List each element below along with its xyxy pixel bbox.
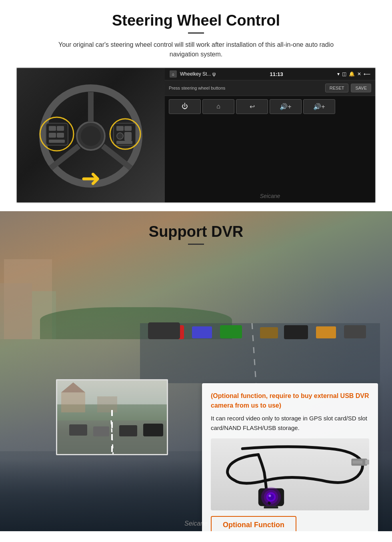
svg-point-5 (81, 126, 101, 146)
wheelkey-buttons-grid: ⏻ ⌂ ↩ 🔊+ 🔊+ (165, 96, 375, 117)
dvr-title: Support DVR (0, 211, 392, 240)
screenshot-icon: ◫ (342, 71, 346, 77)
status-bar: ⌂ Wheelkey St... ψ 11:13 ▾ ◫ 🔔 ✕ ⟵ (165, 68, 375, 80)
dvr-info-card: (Optional function, require to buy exter… (202, 383, 378, 531)
svg-rect-16 (124, 132, 132, 141)
street-scene (0, 243, 392, 383)
svg-rect-24 (220, 325, 242, 338)
optional-title: (Optional function, require to buy exter… (211, 391, 369, 410)
svg-rect-33 (69, 424, 87, 436)
svg-rect-27 (316, 326, 336, 338)
svg-point-48 (268, 494, 274, 500)
steering-demo-image: ➜ ⌂ Wheelkey St... ψ 11:13 ▾ ◫ 🔔 ✕ ⟵ (16, 67, 376, 203)
svg-point-49 (269, 494, 271, 497)
steering-wheel-photo: ➜ (17, 68, 165, 203)
svg-rect-23 (192, 326, 212, 338)
dvr-camera-svg (211, 440, 369, 508)
back-func-button[interactable]: ↩ (236, 99, 268, 114)
optional-function-button[interactable]: Optional Function (211, 516, 296, 531)
svg-rect-14 (124, 126, 132, 131)
android-screen: ⌂ Wheelkey St... ψ 11:13 ▾ ◫ 🔔 ✕ ⟵ Press… (165, 68, 375, 202)
svg-rect-34 (93, 426, 109, 436)
svg-rect-50 (264, 506, 278, 508)
street-cars-svg (140, 263, 380, 383)
dvr-section: Support DVR (0, 211, 392, 531)
svg-rect-36 (143, 424, 163, 436)
building-2 (0, 283, 32, 339)
home-func-button[interactable]: ⌂ (202, 99, 234, 114)
inset-cars-svg (57, 380, 168, 455)
steering-description: Your original car's steering wheel contr… (44, 40, 348, 59)
svg-rect-10 (57, 133, 64, 138)
svg-rect-13 (116, 126, 124, 131)
home-icon[interactable]: ⌂ (170, 70, 177, 78)
svg-rect-17 (116, 141, 132, 144)
title-divider (188, 32, 204, 34)
svg-rect-25 (260, 327, 278, 338)
steering-section: Steering Wheel Control Your original car… (0, 0, 392, 211)
vol-up-button-1[interactable]: 🔊+ (270, 99, 302, 114)
time-display: 11:13 (270, 71, 283, 77)
volume-icon: 🔔 (349, 71, 355, 77)
svg-rect-7 (49, 126, 56, 131)
svg-rect-29 (148, 322, 180, 339)
dvr-inset-video (56, 379, 168, 455)
wifi-icon: ▾ (337, 71, 340, 77)
vol-up-button-2[interactable]: 🔊+ (303, 99, 335, 114)
svg-rect-28 (344, 325, 366, 338)
svg-rect-42 (365, 460, 369, 464)
app-name-label: Wheelkey St... ψ (180, 71, 216, 77)
svg-rect-9 (49, 133, 56, 138)
svg-rect-26 (284, 325, 308, 339)
wheelkey-prompt: Press steering wheel buttons (169, 86, 225, 90)
svg-rect-43 (352, 460, 362, 464)
reset-button[interactable]: RESET (325, 84, 349, 92)
dvr-camera-image (211, 438, 369, 510)
inset-road-view (57, 380, 167, 454)
power-button[interactable]: ⏻ (169, 99, 201, 114)
svg-rect-11 (49, 140, 65, 143)
save-button[interactable]: SAVE (351, 84, 371, 92)
steering-title: Steering Wheel Control (16, 12, 376, 29)
close-icon: ✕ (357, 71, 361, 77)
svg-rect-40 (97, 396, 117, 412)
svg-rect-8 (57, 126, 64, 131)
yellow-arrow-icon: ➜ (81, 164, 101, 192)
dvr-title-divider (188, 244, 204, 245)
svg-rect-35 (119, 425, 137, 436)
back-icon: ⟵ (364, 71, 370, 77)
dvr-description: It can record video only to storage in G… (211, 414, 369, 433)
svg-rect-38 (61, 392, 85, 412)
seicane-watermark-1: Seicane (165, 190, 375, 202)
wheelkey-controls-bar: Press steering wheel buttons RESET SAVE (165, 80, 375, 96)
svg-point-15 (117, 133, 123, 139)
